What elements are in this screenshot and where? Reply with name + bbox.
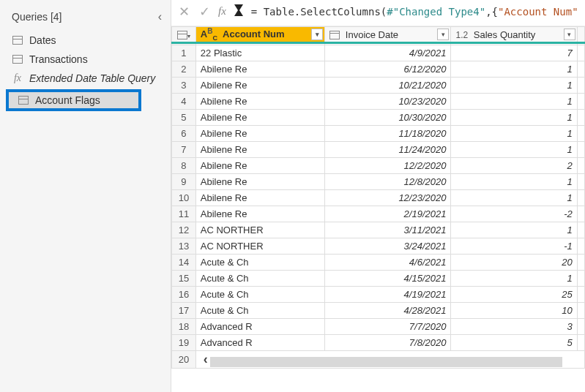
row-number[interactable]: 13 [172, 238, 196, 255]
table-row[interactable]: 10Abilene Re12/23/20201 [172, 190, 585, 206]
cell-extra[interactable] [577, 303, 584, 319]
cell-extra[interactable] [577, 190, 584, 206]
filter-dropdown-icon[interactable]: ▾ [437, 29, 449, 40]
row-number[interactable]: 2 [172, 61, 196, 78]
cell-account[interactable]: Abilene Re [195, 126, 324, 142]
table-row[interactable]: 19Advanced R7/8/20205 [172, 335, 585, 351]
cell-extra[interactable] [577, 78, 584, 94]
cell-account[interactable]: AC NORTHER [195, 222, 324, 238]
cell-account[interactable]: Abilene Re [195, 142, 324, 158]
corner-cell[interactable]: ▾ [172, 27, 196, 43]
cell-extra[interactable] [577, 174, 584, 190]
row-number[interactable]: 14 [172, 255, 196, 271]
cell-extra[interactable] [577, 238, 584, 255]
row-number[interactable]: 16 [172, 287, 196, 303]
cell-invoice-date[interactable]: 3/11/2021 [325, 222, 451, 238]
cell-sales-quantity[interactable]: 3 [451, 319, 577, 335]
cell-sales-quantity[interactable]: 1 [451, 271, 577, 287]
cell-sales-quantity[interactable]: 1 [451, 126, 577, 142]
sidebar-item-extended-date-query[interactable]: fx Extended Date Table Query [0, 69, 171, 88]
cell-sales-quantity[interactable]: 1 [451, 190, 577, 206]
cell-invoice-date[interactable]: 7/8/2020 [325, 335, 451, 351]
cell-sales-quantity[interactable]: 1 [451, 222, 577, 238]
cell-extra[interactable] [577, 287, 584, 303]
cell-extra[interactable] [577, 61, 584, 78]
cell-account[interactable]: Acute & Ch [195, 303, 324, 319]
cell-invoice-date[interactable]: 3/24/2021 [325, 238, 451, 255]
row-number[interactable]: 6 [172, 126, 196, 142]
table-row[interactable]: 5Abilene Re10/30/20201 [172, 110, 585, 126]
cell-account[interactable]: Acute & Ch [195, 271, 324, 287]
cell-extra[interactable] [577, 222, 584, 238]
filter-dropdown-icon[interactable]: ▾ [311, 29, 323, 40]
cell-invoice-date[interactable]: 10/21/2020 [325, 78, 451, 94]
table-row[interactable]: 15Acute & Ch4/15/20211 [172, 271, 585, 287]
row-number[interactable]: 10 [172, 190, 196, 206]
cancel-icon[interactable]: ✕ [177, 5, 190, 18]
table-row[interactable]: 11Abilene Re2/19/2021-2 [172, 206, 585, 222]
formula-text[interactable]: = Table.SelectColumns(#"Changed Type4",{… [251, 6, 579, 18]
cell-invoice-date[interactable]: 4/28/2021 [325, 303, 451, 319]
table-row[interactable]: 4Abilene Re10/23/20201 [172, 94, 585, 110]
cell-sales-quantity[interactable]: 1 [451, 61, 577, 78]
row-number[interactable]: 9 [172, 174, 196, 190]
sidebar-item-transactions[interactable]: Transactions [0, 50, 171, 69]
cell-extra[interactable] [577, 206, 584, 222]
cell-invoice-date[interactable]: 10/23/2020 [325, 94, 451, 110]
row-number[interactable]: 4 [172, 94, 196, 110]
cell-account[interactable]: 22 Plastic [195, 45, 324, 61]
cell-invoice-date[interactable]: 2/19/2021 [325, 206, 451, 222]
cell-account[interactable]: Abilene Re [195, 206, 324, 222]
cell-invoice-date[interactable]: 4/9/2021 [325, 45, 451, 61]
cell-sales-quantity[interactable]: 2 [451, 158, 577, 174]
cell-sales-quantity[interactable]: 10 [451, 303, 577, 319]
cell-extra[interactable] [577, 158, 584, 174]
table-row[interactable]: 2Abilene Re6/12/20201 [172, 61, 585, 78]
cell-invoice-date[interactable]: 6/12/2020 [325, 61, 451, 78]
cell-account[interactable]: Abilene Re [195, 110, 324, 126]
cell-account[interactable]: Abilene Re [195, 190, 324, 206]
table-row[interactable]: 8Abilene Re12/2/20202 [172, 158, 585, 174]
table-row[interactable]: 18Advanced R7/7/20203 [172, 319, 585, 335]
scroll-left-icon[interactable]: ‹ [199, 352, 208, 366]
cell-invoice-date[interactable]: 4/19/2021 [325, 287, 451, 303]
cell-account[interactable]: AC NORTHER [195, 238, 324, 255]
cell-account[interactable]: Abilene Re [195, 158, 324, 174]
row-number[interactable]: 11 [172, 206, 196, 222]
cell-sales-quantity[interactable]: 7 [451, 45, 577, 61]
table-row[interactable]: 17Acute & Ch4/28/202110 [172, 303, 585, 319]
row-number[interactable]: 1 [172, 45, 196, 61]
cell-sales-quantity[interactable]: 1 [451, 110, 577, 126]
cell-invoice-date[interactable]: 11/18/2020 [325, 126, 451, 142]
row-number[interactable]: 18 [172, 319, 196, 335]
cell-extra[interactable] [577, 271, 584, 287]
column-header-extra[interactable] [577, 27, 584, 43]
sidebar-item-dates[interactable]: Dates [0, 31, 171, 50]
cell-account[interactable]: Abilene Re [195, 61, 324, 78]
cell-sales-quantity[interactable]: 1 [451, 174, 577, 190]
cell-invoice-date[interactable]: 11/24/2020 [325, 142, 451, 158]
cell-invoice-date[interactable]: 12/2/2020 [325, 158, 451, 174]
column-header-account[interactable]: ABC Account Num ▾ [195, 27, 324, 43]
cell-account[interactable]: Abilene Re [195, 78, 324, 94]
horizontal-scrollbar[interactable] [210, 357, 562, 367]
table-row[interactable]: 13AC NORTHER3/24/2021-1 [172, 238, 585, 255]
cell-extra[interactable] [577, 335, 584, 351]
collapse-chevron-icon[interactable]: ‹ [158, 10, 162, 23]
table-row[interactable]: 14Acute & Ch4/6/202120 [172, 255, 585, 271]
cell-sales-quantity[interactable]: 1 [451, 142, 577, 158]
row-number[interactable]: 7 [172, 142, 196, 158]
filter-dropdown-icon[interactable]: ▾ [564, 29, 575, 40]
sidebar-item-account-flags[interactable]: Account Flags [6, 89, 141, 111]
cell-invoice-date[interactable]: 7/7/2020 [325, 319, 451, 335]
cell-extra[interactable] [577, 126, 584, 142]
table-row[interactable]: 122 Plastic4/9/20217 [172, 45, 585, 61]
row-number[interactable]: 19 [172, 335, 196, 351]
cell-invoice-date[interactable]: 4/15/2021 [325, 271, 451, 287]
cell-extra[interactable] [577, 255, 584, 271]
cell-invoice-date[interactable]: 10/30/2020 [325, 110, 451, 126]
fx-icon[interactable]: fx [218, 5, 226, 18]
row-number[interactable]: 20 [172, 351, 196, 369]
row-number[interactable]: 17 [172, 303, 196, 319]
table-row[interactable]: 9Abilene Re12/8/20201 [172, 174, 585, 190]
